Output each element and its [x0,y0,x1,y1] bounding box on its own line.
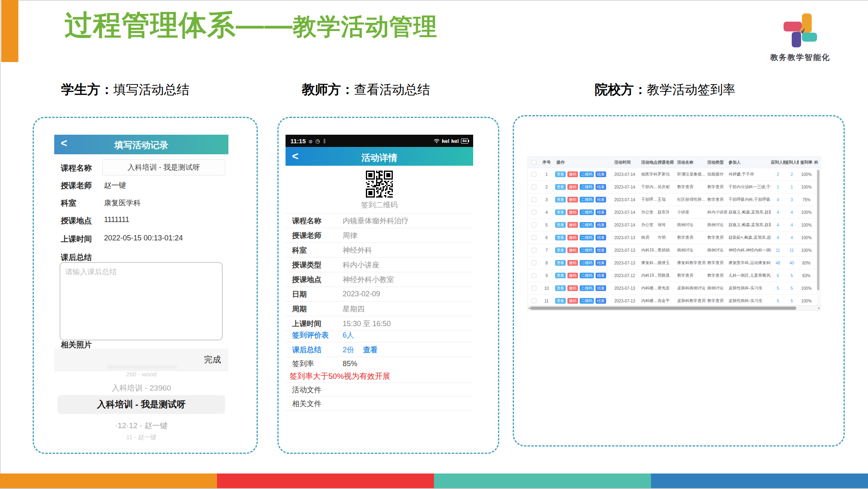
end-button[interactable]: 结束 [596,197,606,202]
cell-expected[interactable]: 48 [771,261,785,265]
end-button[interactable]: 结束 [596,247,606,253]
section-role: 学生方 [61,82,100,97]
qrcode-button[interactable]: 二维码 [580,260,594,266]
horizontal-scrollbar-thumb[interactable] [530,307,796,310]
row-checkbox[interactable] [531,273,536,278]
revoke-button[interactable]: 撤销 [567,298,578,304]
view-button[interactable]: 查看 [555,197,566,202]
view-button[interactable]: 查看 [555,222,566,228]
cell-signed[interactable]: 4 [785,223,799,227]
cell-place: 干部内... [641,184,658,190]
cell-expected[interactable]: 4 [771,198,785,202]
horizontal-scrollbar[interactable]: ◂ ▸ [527,305,821,311]
cell-signed[interactable]: 3 [785,198,799,202]
revoke-button[interactable]: 撤销 [567,222,578,228]
qrcode-button[interactable]: 二维码 [580,298,594,304]
row-checkbox[interactable] [531,298,536,303]
cell-signed[interactable]: 4 [785,210,799,215]
row-checkbox[interactable] [531,260,536,265]
end-button[interactable]: 结束 [596,184,606,190]
cell-signed[interactable]: 1 [785,185,799,189]
summary-textarea[interactable] [60,262,223,340]
revoke-button[interactable]: 撤销 [567,235,578,240]
view-button[interactable]: 查看 [555,171,566,177]
cell-signed[interactable]: 40 [785,261,799,265]
qrcode-button[interactable]: 二维码 [580,247,594,253]
revoke-button[interactable]: 撤销 [567,184,578,190]
cell-expected[interactable]: 4 [771,223,785,227]
qrcode-button[interactable]: 二维码 [580,285,594,291]
done-button[interactable]: 完成 [204,349,221,371]
end-button[interactable]: 结束 [596,260,606,266]
view-button[interactable]: 查看 [555,260,566,266]
row-checkbox[interactable] [531,197,536,202]
picker-selected-option[interactable]: 入科培训 - 我是测试呀 [58,395,225,414]
row-checkbox[interactable] [531,235,536,240]
revoke-button[interactable]: 撤销 [567,260,578,266]
row-checkbox[interactable] [531,172,536,177]
cell-actions: 查看 撤销 二维码 结束 [553,260,614,266]
course-name-input[interactable]: 入科培训 - 我是测试呀 [102,159,225,176]
view-button[interactable]: 查看 [555,247,566,253]
detail-value: 15:30 至 16:50 [343,319,391,329]
row-checkbox[interactable] [531,184,536,189]
row-checkbox[interactable] [531,222,536,227]
cell-expected[interactable]: 2 [771,172,785,177]
revoke-button[interactable]: 撤销 [567,209,578,215]
signin-eval-count[interactable]: 6人 [343,330,354,340]
end-button[interactable]: 结束 [596,222,606,228]
section-role: 教师方 [302,82,341,97]
vertical-scrollbar[interactable] [817,168,820,307]
scroll-right-arrow[interactable]: ▸ [818,306,820,310]
qrcode-button[interactable]: 二维码 [580,273,594,278]
cell-actions: 查看 撤销 二维码 结束 [553,184,614,190]
qrcode-button[interactable]: 二维码 [580,222,594,228]
cell-signed[interactable]: 11 [785,248,799,253]
revoke-button[interactable]: 撤销 [567,197,578,202]
cell-signed[interactable]: 5 [785,286,799,291]
qrcode-button[interactable]: 二维码 [580,184,594,190]
scroll-left-arrow[interactable]: ◂ [528,306,530,310]
end-button[interactable]: 结束 [596,235,606,240]
view-button[interactable]: 查看 [555,285,566,291]
qrcode-button[interactable]: 二维码 [580,197,594,202]
end-button[interactable]: 结束 [596,171,606,177]
signin-eval-label[interactable]: 签到评价表 [292,330,343,340]
view-button[interactable]: 查看 [555,273,566,278]
end-button[interactable]: 结束 [596,285,606,291]
end-button[interactable]: 结束 [596,273,606,278]
view-button[interactable]: 查看 [555,235,566,240]
qrcode-button[interactable]: 二维码 [580,209,594,215]
picker-option[interactable]: 入科培训 - 23960 [54,383,228,393]
cell-signed[interactable]: 5 [785,299,799,303]
end-button[interactable]: 结束 [596,209,606,215]
end-button[interactable]: 结束 [596,298,606,304]
revoke-button[interactable]: 撤销 [567,171,578,177]
picker-option[interactable]: 266 - wood [54,371,228,378]
picker-option[interactable]: 11 - 赵一键 [54,433,228,441]
qrcode-button[interactable]: 二维码 [580,235,594,240]
cell-signed[interactable]: 4 [785,236,799,240]
revoke-button[interactable]: 撤销 [567,285,578,291]
revoke-button[interactable]: 撤销 [567,273,578,278]
cell-expected[interactable]: 6 [771,273,785,278]
cell-signed[interactable]: 5 [785,273,799,278]
row-checkbox[interactable] [531,248,536,253]
view-summary-link[interactable]: 查看 [363,345,378,355]
cell-signed[interactable]: 2 [785,172,799,177]
cell-expected[interactable]: 4 [771,236,785,240]
cell-expected[interactable]: 5 [771,299,785,303]
row-checkbox[interactable] [531,210,536,215]
picker-option[interactable]: ·12·12 - 赵一键 [54,420,228,431]
cell-expected[interactable]: 4 [771,210,785,215]
row-checkbox[interactable] [531,286,536,291]
select-all-checkbox[interactable] [531,160,536,165]
cell-expected[interactable]: 5 [771,286,785,291]
view-button[interactable]: 查看 [555,184,566,190]
cell-expected[interactable]: 11 [771,248,785,253]
view-button[interactable]: 查看 [555,298,566,304]
view-button[interactable]: 查看 [555,209,566,215]
cell-expected[interactable]: 1 [771,185,785,189]
qrcode-button[interactable]: 二维码 [580,171,594,177]
revoke-button[interactable]: 撤销 [567,247,578,253]
